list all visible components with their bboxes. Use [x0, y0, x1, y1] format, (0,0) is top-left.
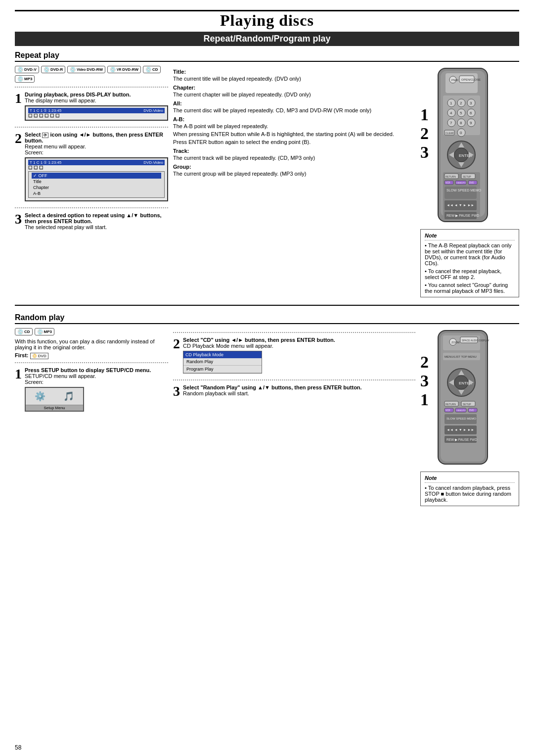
step-2-normal: Repeat menu will appear. [25, 143, 168, 149]
all-heading: All: [173, 100, 415, 106]
svg-text:8: 8 [460, 121, 462, 125]
rand-step-2: 2 Select "CD" using ◄/► buttons, then pr… [173, 337, 415, 376]
section-divider [15, 305, 519, 306]
cd-menu-title: CD Playback Mode [183, 351, 262, 358]
repeat-note-item-3: • You cannot select "Group" during the n… [425, 282, 515, 294]
divider-3 [15, 207, 168, 208]
svg-text:VCR: VCR [445, 409, 450, 412]
dvd-icon-inline: 📀 DVD [30, 353, 48, 359]
svg-text:6: 6 [470, 111, 472, 115]
repeat-note-title: Note [425, 233, 515, 238]
title-heading: Title: [173, 69, 415, 75]
rand-disc-mp3: 💿MP3 [35, 328, 54, 335]
chapter-heading: Chapter: [173, 85, 415, 91]
disc-icon-dvdr: 💿DVD-R [41, 66, 65, 73]
rand-step-3-content: Select "Random Play" using ▲/▼ buttons, … [183, 384, 415, 396]
disc-icon-dvdv: 💿DVD-V [15, 66, 39, 73]
random-mid-col: 2 Select "CD" using ◄/► buttons, then pr… [173, 328, 415, 506]
rand-mid-divider-2 [173, 379, 415, 380]
screen-icon-3: 🔲 [39, 114, 44, 118]
screen-2-icon-3: 🔲 [39, 166, 44, 170]
step-2-number: 2 [15, 132, 22, 145]
repeat-right-col: 1 2 3 PWR OPEN [420, 66, 519, 297]
ab-text2: When pressing ENTER button while A-B is … [173, 131, 415, 137]
remote-svg-container: PWR OPEN/CLOSE 1 2 3 4 [431, 66, 495, 225]
svg-text:SETUP: SETUP [463, 403, 471, 406]
svg-text:PWR: PWR [451, 79, 459, 82]
disc-icon-vr-dvdrw: 💿VRDVD-RW [107, 66, 141, 73]
step-numbers-1: 1 2 3 [420, 105, 429, 162]
screen-icon-6: 🔲 [55, 114, 60, 118]
rand-step-3-bold: Select "Random Play" using ▲/▼ buttons, … [183, 384, 415, 390]
step-3-content: Select a desired option to repeat using … [25, 212, 168, 230]
screen-2-icon-1: 🔲 [28, 166, 33, 170]
rand-mid-divider-1 [173, 332, 415, 333]
step-3-number: 3 [15, 212, 22, 226]
random-note-box: Note • To cancel random playback, press … [420, 472, 519, 506]
setup-screen: ⚙️ 🎵 Setup Menu [25, 387, 84, 412]
menu-title: Title [32, 179, 161, 185]
svg-text:REW  ▶  PAUSE  FWD: REW ▶ PAUSE FWD [446, 438, 477, 441]
screen-1-right: DVD-Video [143, 108, 163, 113]
svg-text:REW  ▶  PAUSE  FWD: REW ▶ PAUSE FWD [446, 214, 479, 217]
setup-icon: ⚙️ [26, 388, 54, 405]
screen-icon-4: 🔲 [44, 114, 49, 118]
rand-step-2-number: 2 [173, 337, 180, 351]
ab-text3: Press ENTER button again to select the e… [173, 139, 415, 145]
menu-ab: A-B [32, 190, 161, 196]
screen-2-menu: ✓ OFF Title Chapter A-B [28, 171, 165, 198]
cd-icon: 🎵 [54, 388, 83, 405]
step-num-3: 3 [420, 143, 429, 162]
random-note-item-1: • To cancel random playback, press STOP … [425, 485, 515, 503]
svg-text:9: 9 [470, 121, 472, 125]
step-3-bold: Select a desired option to repeat using … [25, 212, 168, 224]
rand-step-3-normal: Random playback will start. [183, 390, 415, 396]
screen-1-left: T 1 C 1 ① 1:23:45 [30, 108, 61, 113]
menu-off: ✓ OFF [32, 173, 161, 179]
rand-step-1-bold: Press SETUP button to display SETUP/CD m… [25, 367, 168, 373]
rand-step-3: 3 Select "Random Play" using ▲/▼ buttons… [173, 384, 415, 398]
page-title: Playing discs [15, 11, 519, 30]
all-text: The current disc will be played repeated… [173, 107, 415, 113]
random-layout: 💿CD 💿MP3 With this function, you can pla… [15, 328, 519, 506]
remote-svg-2: ZOOM SPACE AUDIO DISPLAY MENU/LIST TOP M… [431, 328, 495, 467]
svg-text:ZOOM: ZOOM [451, 341, 460, 344]
step-2-content: Select ⟳ icon using ◄/► buttons, then pr… [25, 132, 168, 203]
step-1-normal: The display menu will appear. [25, 97, 168, 103]
svg-text:◄◄  ◄  ▼  ►  ►►: ◄◄ ◄ ▼ ► ►► [446, 203, 474, 207]
track-heading: Track: [173, 148, 415, 154]
first-label-wrapper: First: 📀 DVD [15, 352, 168, 358]
divider-1 [15, 87, 168, 88]
icon-repeat: ⟳ [42, 133, 48, 138]
screen-2: T 1 C 1 ① 1:23:45 DVD-Video 🔲 🔲 🔲 ✓ OFF … [25, 157, 168, 201]
svg-text:SPACE AUDIO DISPLAY: SPACE AUDIO DISPLAY [462, 339, 490, 342]
title-text: The current title will be played repeate… [173, 76, 415, 82]
random-title: Random play [15, 313, 519, 324]
rand-step-2-normal: CD Playback Mode menu will appear. [183, 343, 415, 349]
screen-1: T 1 C 1 ① 1:23:45 DVD-Video 🔲 🔲 🔲 🔲 🔲 🔲 [25, 105, 168, 121]
screen-icon-5: 🔲 [50, 114, 54, 118]
step-num-1: 1 [420, 105, 429, 124]
disc-icon-cd: 💿CD [143, 66, 161, 73]
step-1-bold: During playback, press DIS-PLAY button. [25, 92, 168, 97]
remote-svg-2-container: ZOOM SPACE AUDIO DISPLAY MENU/LIST TOP M… [431, 328, 495, 468]
rand-divider-1 [15, 362, 168, 363]
svg-text:RETURN: RETURN [445, 175, 456, 178]
rand-disc-cd: 💿CD [15, 328, 33, 335]
step-1-number: 1 [15, 92, 22, 105]
svg-text:DVD: DVD [469, 182, 474, 184]
step-1-content: During playback, press DIS-PLAY button. … [25, 92, 168, 123]
screen-1-icons: 🔲 🔲 🔲 🔲 🔲 🔲 [28, 113, 165, 118]
menu-chapter: Chapter [32, 185, 161, 190]
rand-step-num-2: 2 [420, 353, 429, 372]
repeat-note-divider [425, 240, 515, 240]
svg-text:◄◄  ◄  ▼  ►  ►►: ◄◄ ◄ ▼ ► ►► [446, 428, 474, 431]
repeat-note-item-2: • To cancel the repeat playback, select … [425, 268, 515, 280]
repeat-layout: 💿DVD-V 💿DVD-R 💿VideoDVD-RW 💿VRDVD-RW 💿CD… [15, 66, 519, 297]
svg-text:5: 5 [460, 111, 462, 115]
cd-playback-screen: CD Playback Mode Random Play Program Pla… [183, 351, 262, 374]
track-text: The current track will be played repeate… [173, 155, 415, 161]
screen-2-top: T 1 C 1 ① 1:23:45 DVD-Video [28, 160, 165, 165]
svg-text:CLEAR: CLEAR [445, 132, 454, 135]
step-3: 3 Select a desired option to repeat usin… [15, 212, 168, 230]
